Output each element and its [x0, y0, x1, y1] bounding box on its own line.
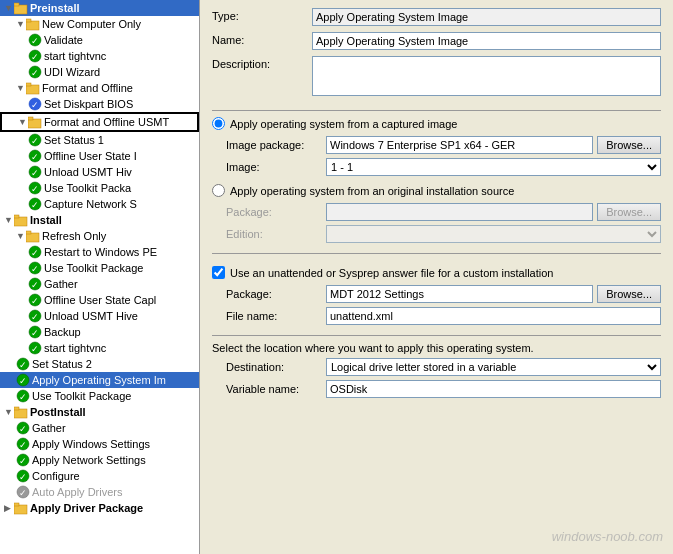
tree-configure[interactable]: ✓ Configure [0, 468, 199, 484]
section-divider-2 [212, 253, 661, 254]
unattend-label: Use an unattended or Sysprep answer file… [230, 267, 553, 279]
description-input[interactable] [312, 56, 661, 96]
unload-usmt-label: Unload USMT Hiv [44, 166, 132, 178]
tree-format-offline-usmt[interactable]: ▼ Format and Offline USMT [0, 112, 199, 132]
tree-capture-network[interactable]: ✓ Capture Network S [0, 196, 199, 212]
variable-name-input[interactable] [326, 380, 661, 398]
name-input[interactable] [312, 32, 661, 50]
check-icon: ✓ [16, 421, 30, 435]
type-input[interactable] [312, 8, 661, 26]
check-icon: ✓ [28, 325, 42, 339]
tree-offline-user-state[interactable]: ✓ Offline User State I [0, 148, 199, 164]
radio-captured-image-row[interactable]: Apply operating system from a captured i… [212, 117, 661, 130]
check-icon: ✓ [28, 197, 42, 211]
configure-label: Configure [32, 470, 80, 482]
tree-apply-network-settings[interactable]: ✓ Apply Network Settings [0, 452, 199, 468]
radio-captured-image-label: Apply operating system from a captured i… [230, 118, 457, 130]
tree-validate[interactable]: ✓ Validate [0, 32, 199, 48]
image-package-input[interactable] [326, 136, 593, 154]
apply-os-image-label: Apply Operating System Im [32, 374, 166, 386]
image-package-label: Image package: [226, 139, 326, 151]
browse-package-button[interactable]: Browse... [597, 203, 661, 221]
tree-preinstall[interactable]: ▼ Preinstall [0, 0, 199, 16]
folder-icon [14, 501, 28, 515]
check-icon: ✓ [28, 341, 42, 355]
svg-text:✓: ✓ [31, 344, 39, 354]
check-icon: ✓ [16, 453, 30, 467]
tree-restart-windows-pe[interactable]: ✓ Restart to Windows PE [0, 244, 199, 260]
svg-text:✓: ✓ [31, 280, 39, 290]
tree-install[interactable]: ▼ Install [0, 212, 199, 228]
check-icon: ✓ [16, 469, 30, 483]
radio-captured-image[interactable] [212, 117, 225, 130]
browse-image-package-button[interactable]: Browse... [597, 136, 661, 154]
check-icon: ✓ [28, 133, 42, 147]
browse-unattend-package-button[interactable]: Browse... [597, 285, 661, 303]
check-icon: ✓ [28, 181, 42, 195]
tree-new-computer-only[interactable]: ▼ New Computer Only [0, 16, 199, 32]
check-icon: ✓ [16, 437, 30, 451]
check-icon: ✓ [16, 373, 30, 387]
format-offline-label: Format and Offline [42, 82, 133, 94]
tree-offline-user-capl[interactable]: ✓ Offline User State Capl [0, 292, 199, 308]
destination-select[interactable]: Logical drive letter stored in a variabl… [326, 358, 661, 376]
tree-set-diskpart[interactable]: ✓ Set Diskpart BIOS [0, 96, 199, 112]
capture-network-label: Capture Network S [44, 198, 137, 210]
description-label: Description: [212, 56, 312, 70]
edition-select[interactable] [326, 225, 661, 243]
expand-icon: ▼ [16, 83, 26, 93]
check-icon: ✓ [28, 261, 42, 275]
tree-use-toolkit-3[interactable]: ✓ Use Toolkit Package [0, 388, 199, 404]
tree-start-tightvnc[interactable]: ✓ start tightvnc [0, 48, 199, 64]
filename-row: File name: [212, 307, 661, 325]
use-toolkit-3-label: Use Toolkit Package [32, 390, 131, 402]
edition-row: Edition: [212, 225, 661, 243]
description-row: Description: [212, 56, 661, 98]
description-value [312, 56, 661, 98]
filename-value [326, 307, 661, 325]
package-input[interactable] [326, 203, 593, 221]
svg-text:✓: ✓ [31, 36, 39, 46]
tree-set-status-2[interactable]: ✓ Set Status 2 [0, 356, 199, 372]
name-value [312, 32, 661, 50]
tree-format-offline[interactable]: ▼ Format and Offline [0, 80, 199, 96]
tree-use-toolkit-2[interactable]: ✓ Use Toolkit Package [0, 260, 199, 276]
variable-name-label: Variable name: [226, 383, 326, 395]
tree-postinstall[interactable]: ▼ PostInstall [0, 404, 199, 420]
svg-text:✓: ✓ [31, 296, 39, 306]
tree-set-status-1[interactable]: ✓ Set Status 1 [0, 132, 199, 148]
tree-gather-post[interactable]: ✓ Gather [0, 420, 199, 436]
unattend-package-input[interactable] [326, 285, 593, 303]
backup-label: Backup [44, 326, 81, 338]
start-tightvnc-label: start tightvnc [44, 50, 106, 62]
tree-start-tightvnc-2[interactable]: ✓ start tightvnc [0, 340, 199, 356]
radio-original-source-row[interactable]: Apply operating system from an original … [212, 184, 661, 197]
tree-unload-usmt[interactable]: ✓ Unload USMT Hiv [0, 164, 199, 180]
svg-rect-63 [14, 503, 19, 506]
svg-rect-26 [14, 217, 27, 226]
check-icon: ✓ [28, 149, 42, 163]
radio-original-source[interactable] [212, 184, 225, 197]
tree-backup[interactable]: ✓ Backup [0, 324, 199, 340]
tree-apply-os-image[interactable]: ✓ Apply Operating System Im [0, 372, 199, 388]
filename-input[interactable] [326, 307, 661, 325]
tree-auto-apply-drivers[interactable]: ✓ Auto Apply Drivers [0, 484, 199, 500]
tree-use-toolkit[interactable]: ✓ Use Toolkit Packa [0, 180, 199, 196]
tree-apply-driver-package[interactable]: ▶ Apply Driver Package [0, 500, 199, 516]
check-icon: ✓ [28, 97, 42, 111]
type-row: Type: [212, 8, 661, 26]
folder-icon [26, 81, 40, 95]
check-icon: ✓ [16, 357, 30, 371]
tree-udi-wizard[interactable]: ✓ UDI Wizard [0, 64, 199, 80]
watermark: windows-noob.com [552, 529, 663, 544]
tree-gather[interactable]: ✓ Gather [0, 276, 199, 292]
tree-refresh-only[interactable]: ▼ Refresh Only [0, 228, 199, 244]
unattend-checkbox-row[interactable]: Use an unattended or Sysprep answer file… [212, 266, 661, 279]
radio-original-source-label: Apply operating system from an original … [230, 185, 514, 197]
check-icon: ✓ [16, 389, 30, 403]
tree-unload-usmt-hive[interactable]: ✓ Unload USMT Hive [0, 308, 199, 324]
gather-label: Gather [44, 278, 78, 290]
image-select[interactable]: 1 - 1 [326, 158, 661, 176]
tree-apply-windows-settings[interactable]: ✓ Apply Windows Settings [0, 436, 199, 452]
unattend-checkbox[interactable] [212, 266, 225, 279]
